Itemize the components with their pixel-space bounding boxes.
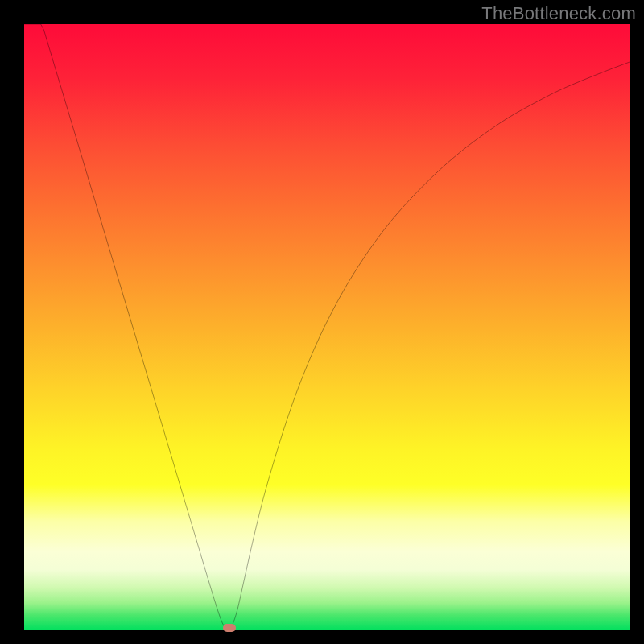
bottleneck-curve [24,24,630,630]
optimal-point-marker [223,624,236,632]
watermark-label: TheBottleneck.com [481,3,636,24]
plot-area [24,24,630,630]
chart-container: TheBottleneck.com [0,0,644,644]
